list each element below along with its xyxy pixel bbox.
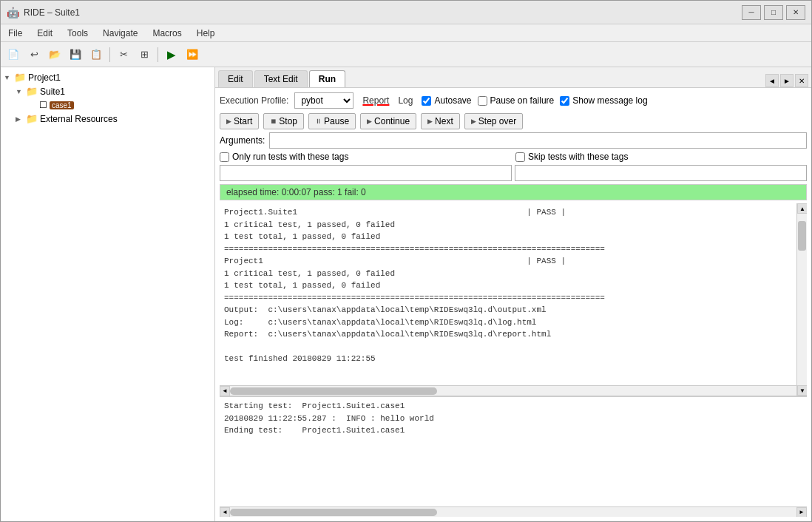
tab-bar: Edit Text Edit Run ◄ ► ✕: [215, 67, 811, 88]
elapsed-text: elapsed time: 0:00:07 pass: 1 fail: 0: [226, 187, 366, 197]
maximize-button[interactable]: □: [764, 5, 783, 20]
toolbar-folder[interactable]: 📂: [45, 45, 64, 64]
sidebar-item-case1[interactable]: ☐ case1: [4, 98, 212, 112]
tab-close-button[interactable]: ✕: [795, 74, 808, 87]
output-hscrollbar-top: ◄ ►: [220, 385, 807, 396]
continue-icon: ▶: [367, 118, 372, 125]
stop-label: Stop: [279, 116, 297, 126]
output-hscrollbar-bottom: ◄ ►: [220, 506, 807, 517]
menu-file[interactable]: File: [1, 27, 30, 40]
vscroll-track: [797, 214, 807, 385]
vscroll-up-arrow[interactable]: ▲: [797, 203, 807, 214]
toolbar-undo[interactable]: ✂: [114, 45, 133, 64]
menu-navigate[interactable]: Navigate: [95, 27, 145, 40]
autosave-checkbox[interactable]: [422, 96, 431, 106]
menu-help[interactable]: Help: [189, 27, 223, 40]
show-message-log-checkbox[interactable]: [560, 96, 569, 106]
execution-profile-select[interactable]: pybot: [294, 92, 353, 109]
autosave-group: Autosave: [422, 95, 471, 106]
hscroll-track-bottom: [230, 509, 796, 516]
output-top-container: Project1.Suite1 | PASS | 1 critical test…: [220, 203, 807, 396]
show-message-log-group: Show message log: [560, 95, 647, 106]
toolbar-open[interactable]: ↩: [24, 45, 44, 64]
tab-prev-button[interactable]: ◄: [765, 74, 779, 87]
output-vscrollbar[interactable]: ▲ ▼: [796, 203, 807, 396]
toolbar-redo[interactable]: ⊞: [135, 45, 154, 64]
tab-next-button[interactable]: ►: [780, 74, 794, 87]
vscroll-thumb[interactable]: [798, 221, 806, 251]
sidebar-item-suite1[interactable]: ▼ 📁 Suite1: [4, 84, 212, 98]
run-panel: Execution Profile: pybot Report Log: [215, 88, 811, 521]
continue-label: Continue: [374, 116, 410, 126]
toolbar-run[interactable]: ▶: [162, 45, 181, 64]
tab-edit[interactable]: Edit: [218, 70, 253, 87]
hscroll-thumb-top[interactable]: [230, 387, 437, 395]
start-label: Start: [234, 116, 252, 126]
next-button[interactable]: ▶ Next: [421, 113, 460, 129]
tab-run[interactable]: Run: [309, 70, 345, 87]
tab-text-edit[interactable]: Text Edit: [254, 70, 308, 87]
toolbar-run-all[interactable]: ⏩: [183, 45, 202, 64]
message-log-container: Starting test: Project1.Suite1.case1 201…: [220, 396, 807, 506]
minimize-button[interactable]: ─: [742, 5, 761, 20]
external-icon: 📁: [26, 113, 38, 124]
title-bar: 🤖 RIDE – Suite1 ─ □ ✕: [1, 1, 811, 24]
show-message-log-label: Show message log: [572, 95, 647, 106]
sidebar-item-external-resources[interactable]: ▶ 📁 External Resources: [4, 112, 212, 126]
suite1-label: Suite1: [40, 87, 65, 97]
menu-bar: File Edit Tools Navigate Macros Help: [1, 24, 811, 42]
close-button[interactable]: ✕: [786, 5, 805, 20]
pause-button[interactable]: ⏸ Pause: [308, 113, 356, 129]
project1-label: Project1: [28, 72, 61, 83]
next-label: Next: [435, 116, 453, 126]
next-icon: ▶: [427, 118, 433, 125]
hscroll-thumb-bottom[interactable]: [230, 509, 437, 516]
case1-checkbox[interactable]: ☐: [39, 100, 47, 110]
toolbar-sep1: [109, 47, 110, 62]
title-bar-controls: ─ □ ✕: [742, 5, 805, 20]
autosave-label: Autosave: [434, 95, 471, 106]
tags-input-row: [220, 165, 807, 181]
continue-button[interactable]: ▶ Continue: [360, 113, 416, 129]
hscroll-left-arrow-top[interactable]: ◄: [220, 386, 230, 396]
message-log-text: Starting test: Project1.Suite1.case1 201…: [220, 397, 807, 486]
hscroll-right-arrow-bottom[interactable]: ►: [796, 507, 807, 518]
skip-tests-checkbox[interactable]: [515, 152, 525, 162]
pause-failure-label: Pause on failure: [490, 95, 555, 106]
start-button[interactable]: ▶ Start: [220, 113, 259, 129]
stop-button[interactable]: ⏹ Stop: [263, 113, 304, 129]
report-button[interactable]: Report: [359, 95, 392, 106]
step-over-button[interactable]: ▶ Step over: [464, 113, 523, 129]
hscroll-left-arrow-bottom[interactable]: ◄: [220, 507, 230, 518]
only-run-tags-input[interactable]: [220, 165, 512, 181]
report-log-group: Report Log: [359, 95, 416, 106]
only-run-label: Only run tests with these tags: [232, 152, 348, 162]
log-button[interactable]: Log: [395, 95, 416, 106]
pause-failure-group: Pause on failure: [478, 95, 555, 106]
menu-edit[interactable]: Edit: [30, 27, 60, 40]
arguments-input[interactable]: [269, 132, 807, 149]
only-run-checkbox[interactable]: [220, 152, 229, 162]
menu-tools[interactable]: Tools: [60, 27, 95, 40]
step-over-label: Step over: [478, 116, 516, 126]
vscroll-down-arrow[interactable]: ▼: [797, 385, 807, 396]
output-top-scroll[interactable]: Project1.Suite1 | PASS | 1 critical test…: [220, 203, 807, 385]
toggle-project1[interactable]: ▼: [4, 74, 14, 81]
toolbar-save[interactable]: 💾: [66, 45, 85, 64]
tab-controls: ◄ ► ✕: [765, 74, 808, 87]
only-run-group: Only run tests with these tags: [220, 152, 511, 162]
start-icon: ▶: [226, 118, 231, 125]
arguments-row: Arguments:: [220, 132, 807, 149]
menu-macros[interactable]: Macros: [145, 27, 189, 40]
toggle-suite1[interactable]: ▼: [16, 88, 26, 95]
toolbar-new[interactable]: 📄: [4, 45, 23, 64]
pause-failure-checkbox[interactable]: [478, 96, 487, 106]
report-label: Report: [362, 95, 389, 106]
toolbar-saveas[interactable]: 📋: [87, 45, 106, 64]
right-panel: Edit Text Edit Run ◄ ► ✕ Execution Profi…: [215, 67, 811, 521]
case1-badge: case1: [50, 101, 74, 109]
skip-tests-tags-input[interactable]: [515, 165, 807, 181]
step-over-icon: ▶: [471, 118, 476, 125]
toggle-external[interactable]: ▶: [16, 115, 26, 123]
sidebar-item-project1[interactable]: ▼ 📁 Project1: [4, 70, 212, 84]
